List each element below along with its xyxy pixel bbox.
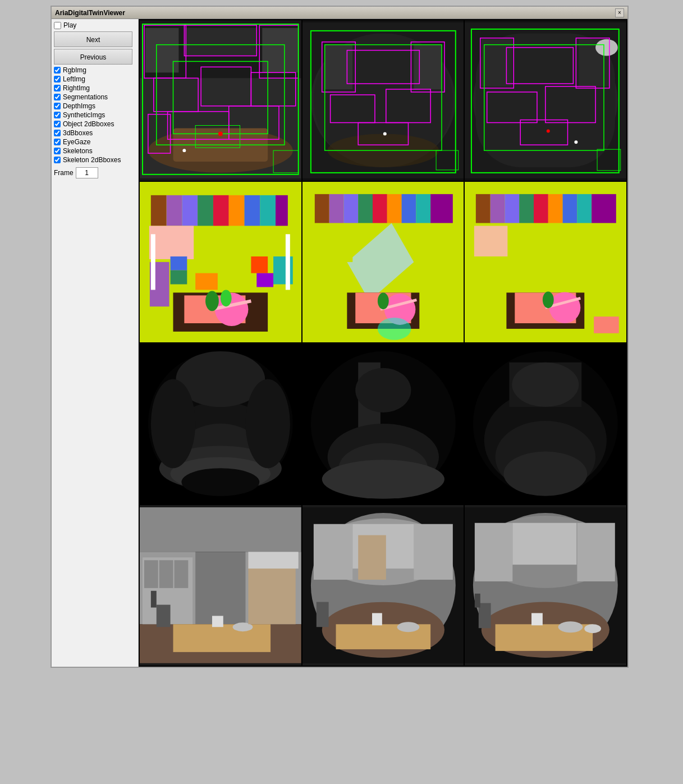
svg-rect-77: [151, 234, 155, 290]
svg-rect-84: [314, 194, 329, 223]
svg-rect-153: [174, 560, 188, 588]
skel2d-checkbox-row[interactable]: Skeleton 2dBboxes: [54, 156, 136, 164]
seg3-image-cell: [465, 182, 626, 342]
rgb-checkbox-row[interactable]: RgbImg: [54, 66, 136, 74]
svg-point-128: [151, 379, 195, 469]
play-checkbox[interactable]: [54, 22, 61, 29]
svg-rect-61: [198, 195, 213, 226]
svg-rect-92: [430, 194, 453, 223]
svg-rect-110: [577, 194, 592, 223]
window-body: Play Next Previous RgbImg LeftImg RightI…: [52, 19, 627, 667]
svg-rect-79: [171, 256, 187, 270]
svg-rect-160: [151, 591, 157, 608]
rgb-image-svg: [140, 22, 301, 178]
rgb-checkbox[interactable]: [54, 67, 61, 74]
depth-label: DepthImgs: [63, 102, 95, 110]
synth2-image-cell: [302, 505, 464, 666]
svg-point-22: [182, 149, 186, 152]
svg-point-136: [322, 460, 444, 498]
svg-rect-89: [387, 194, 401, 223]
skel-checkbox-row[interactable]: Skeletons: [54, 147, 136, 155]
left-image-cell: [302, 20, 464, 181]
left-checkbox[interactable]: [54, 76, 61, 82]
obj2d-checkbox[interactable]: [54, 121, 61, 127]
image-grid: [139, 19, 627, 667]
frame-input[interactable]: [76, 167, 98, 178]
depth-checkbox[interactable]: [54, 103, 61, 109]
skel2d-label: Skeleton 2dBboxes: [63, 156, 121, 164]
svg-rect-87: [358, 194, 373, 223]
synth-checkbox[interactable]: [54, 112, 61, 118]
svg-rect-82: [256, 273, 273, 287]
skel2d-checkbox[interactable]: [54, 157, 61, 163]
eye-checkbox[interactable]: [54, 139, 61, 145]
svg-point-98: [378, 293, 389, 310]
seg-checkbox[interactable]: [54, 94, 61, 100]
svg-point-73: [221, 290, 232, 307]
title-bar: AriaDigitalTwinViewer ×: [52, 7, 627, 19]
svg-point-170: [397, 622, 419, 632]
svg-point-114: [549, 292, 581, 324]
sidebar: Play Next Previous RgbImg LeftImg RightI…: [52, 19, 139, 667]
svg-rect-155: [212, 616, 223, 627]
svg-rect-80: [171, 270, 187, 285]
svg-rect-169: [372, 613, 382, 626]
svg-rect-178: [577, 523, 615, 581]
svg-point-143: [512, 363, 579, 407]
next-button[interactable]: Next: [54, 31, 132, 47]
window-title: AriaDigitalTwinViewer: [55, 9, 125, 17]
svg-rect-159: [157, 605, 171, 627]
right-checkbox[interactable]: [54, 85, 61, 91]
close-button[interactable]: ×: [615, 8, 624, 17]
svg-rect-186: [475, 594, 480, 608]
svg-rect-104: [491, 194, 505, 223]
svg-rect-145: [140, 507, 301, 552]
bbox3d-label: 3dBboxes: [63, 129, 93, 137]
right-checkbox-row[interactable]: RightImg: [54, 84, 136, 92]
svg-rect-60: [182, 195, 198, 226]
svg-point-183: [585, 624, 602, 633]
synth3-image-svg: [465, 507, 626, 663]
svg-rect-111: [592, 194, 616, 223]
svg-rect-28: [414, 45, 442, 89]
svg-point-72: [205, 291, 219, 311]
svg-rect-75: [195, 273, 218, 290]
depth2-image-cell: [302, 343, 464, 504]
svg-rect-100: [330, 240, 352, 262]
seg-checkbox-row[interactable]: Segmentations: [54, 93, 136, 101]
svg-rect-109: [563, 194, 577, 223]
depth-checkbox-row[interactable]: DepthImgs: [54, 102, 136, 110]
play-label[interactable]: Play: [63, 21, 76, 29]
bbox3d-checkbox-row[interactable]: 3dBboxes: [54, 129, 136, 137]
svg-rect-90: [401, 194, 416, 223]
svg-rect-107: [534, 194, 548, 223]
depth1-image-cell: [140, 343, 301, 504]
play-checkbox-row[interactable]: Play: [54, 21, 136, 29]
svg-rect-62: [213, 195, 229, 226]
svg-rect-27: [324, 45, 352, 89]
skel-checkbox[interactable]: [54, 148, 61, 154]
svg-point-38: [383, 132, 386, 136]
left-checkbox-row[interactable]: LeftImg: [54, 75, 136, 83]
obj2d-checkbox-row[interactable]: Object 2dBboxes: [54, 120, 136, 128]
svg-point-54: [547, 130, 550, 133]
svg-rect-105: [505, 194, 520, 223]
eye-checkbox-row[interactable]: EyeGaze: [54, 138, 136, 146]
svg-point-135: [355, 368, 411, 412]
previous-button[interactable]: Previous: [54, 49, 132, 65]
svg-rect-158: [248, 552, 298, 568]
bbox3d-checkbox[interactable]: [54, 130, 61, 136]
synth-checkbox-row[interactable]: SyntheticImgs: [54, 111, 136, 119]
seg3-image-svg: [465, 184, 626, 340]
svg-rect-166: [414, 524, 452, 580]
svg-rect-157: [248, 560, 295, 624]
svg-rect-58: [151, 195, 167, 226]
svg-rect-117: [474, 226, 508, 257]
synth1-image-svg: [140, 507, 301, 663]
synth3-image-cell: [465, 505, 626, 666]
depth2-image-svg: [302, 346, 464, 502]
svg-rect-85: [329, 194, 343, 223]
skel-label: Skeletons: [63, 147, 93, 155]
svg-rect-179: [513, 523, 577, 565]
main-window: AriaDigitalTwinViewer × Play Next Previo…: [51, 6, 629, 668]
